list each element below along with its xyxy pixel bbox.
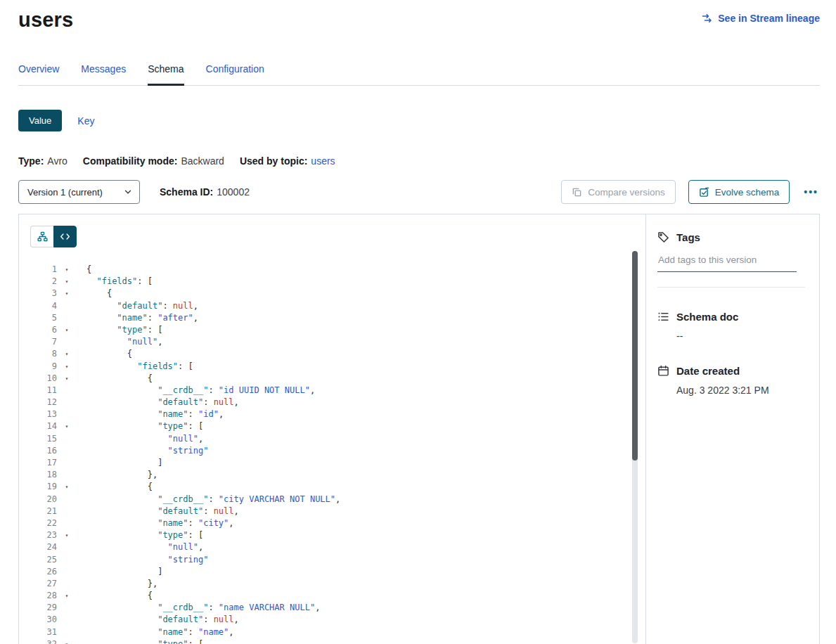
code-line: 22 "name": "city", [30,517,645,529]
line-number: 22 [30,517,57,529]
schema-editor-panel: 1▾{2▾ "fields": [3▾ {4 "default": null,5… [19,214,645,644]
line-number: 19 [30,481,57,493]
code-text: "fields": [ [72,276,153,288]
tab-overview[interactable]: Overview [18,63,59,85]
tab-messages[interactable]: Messages [81,63,126,85]
fold-caret-spacer [61,517,72,529]
code-line: 12 "default": null, [30,397,645,408]
tree-view-button[interactable] [30,226,53,247]
fold-caret-icon[interactable]: ▾ [61,590,72,602]
stream-lineage-link[interactable]: See in Stream lineage [702,13,820,24]
code-line: 13 "name": "id", [30,408,645,420]
tab-configuration[interactable]: Configuration [206,63,264,85]
scrollbar-thumb[interactable] [632,251,638,461]
fold-caret-spacer [61,541,72,553]
fold-caret-spacer [61,626,72,638]
code-line: 5 "name": "after", [30,312,645,324]
list-icon [657,311,669,323]
fold-caret-icon[interactable]: ▾ [61,481,72,493]
code-line: 3▾ { [30,288,645,300]
schema-content: 1▾{2▾ "fields": [3▾ {4 "default": null,5… [18,214,820,644]
line-number: 11 [30,385,57,397]
meta-type-value: Avro [47,155,67,167]
fold-caret-icon[interactable]: ▾ [61,361,72,373]
code-text: "null", [72,433,203,445]
code-line: 31 "name": "name", [30,626,645,638]
code-text: "default": null, [72,397,239,408]
fold-caret-spacer [61,312,72,324]
fold-caret-spacer [61,505,72,517]
tree-view-icon [37,231,48,242]
fold-caret-icon[interactable]: ▾ [61,324,72,336]
tags-header: Tags [657,231,805,243]
stream-lineage-label: See in Stream lineage [718,13,820,24]
tags-section: Tags [657,231,805,288]
fold-caret-icon[interactable]: ▾ [61,348,72,360]
evolve-schema-label: Evolve schema [715,187,780,198]
more-options-button[interactable]: ••• [802,187,820,197]
line-number: 3 [30,288,57,300]
line-number: 20 [30,494,57,505]
code-text: "fields": [ [72,361,193,373]
code-text: ] [72,457,162,469]
fold-caret-icon[interactable]: ▾ [61,264,72,276]
meta-type-label: Type: [18,155,44,167]
code-text: { [72,264,91,276]
code-line: 26 ] [30,566,645,578]
code-line: 25 "string" [30,554,645,566]
fold-caret-icon[interactable]: ▾ [61,276,72,288]
fold-caret-icon[interactable]: ▾ [61,638,72,644]
line-number: 27 [30,578,57,590]
topic-link[interactable]: users [311,155,335,167]
fold-caret-icon[interactable]: ▾ [61,373,72,385]
tab-schema[interactable]: Schema [148,63,184,86]
line-number: 29 [30,602,57,614]
value-toggle-button[interactable]: Value [18,110,62,131]
fold-caret-spacer [61,336,72,348]
line-number: 14 [30,420,57,432]
code-text: "__crdb__": "name VARCHAR NULL", [72,602,320,614]
meta-compat: Compatibility mode:Backward [83,155,224,167]
add-tags-input[interactable] [657,255,797,272]
line-number: 1 [30,264,57,276]
code-text: "null", [72,336,162,348]
line-number: 26 [30,566,57,578]
code-line: 24 "null", [30,541,645,553]
date-created-title: Date created [676,365,740,377]
line-number: 31 [30,626,57,638]
code-text: { [72,373,153,385]
version-bar: Version 1 (current) Schema ID:100002 Com… [18,180,820,204]
page-title: users [18,7,73,32]
fold-caret-spacer [61,602,72,614]
line-number: 10 [30,373,57,385]
code-text: "type": [ [72,529,203,541]
key-toggle-link[interactable]: Key [77,115,94,127]
schema-id: Schema ID:100002 [160,186,250,198]
code-line: 23▾ "type": [ [30,529,645,541]
fold-caret-spacer [61,554,72,566]
editor-scrollbar[interactable] [632,251,638,643]
fold-caret-icon[interactable]: ▾ [61,288,72,300]
code-line: 21 "default": null, [30,505,645,517]
evolve-schema-icon [699,187,709,198]
code-view-button[interactable] [53,226,77,247]
fold-caret-spacer [61,408,72,420]
fold-caret-icon[interactable]: ▾ [61,420,72,432]
evolve-schema-button[interactable]: Evolve schema [688,180,790,204]
line-number: 7 [30,336,57,348]
line-number: 32 [30,638,57,644]
line-number: 8 [30,348,57,360]
tab-bar: Overview Messages Schema Configuration [18,63,820,86]
code-line: 17 ] [30,457,645,469]
code-text: ] [72,566,162,578]
line-number: 13 [30,408,57,420]
compare-versions-button[interactable]: Compare versions [561,180,676,204]
fold-caret-icon[interactable]: ▾ [61,529,72,541]
version-select[interactable]: Version 1 (current) [18,180,140,204]
code-view-icon [60,231,70,242]
schema-id-label: Schema ID: [160,186,213,198]
date-created-value: Aug. 3 2022 3:21 PM [676,385,805,396]
code-line: 1▾{ [30,264,645,276]
code-text: "type": [ [72,420,203,432]
version-actions: Compare versions Evolve schema ••• [561,180,820,204]
